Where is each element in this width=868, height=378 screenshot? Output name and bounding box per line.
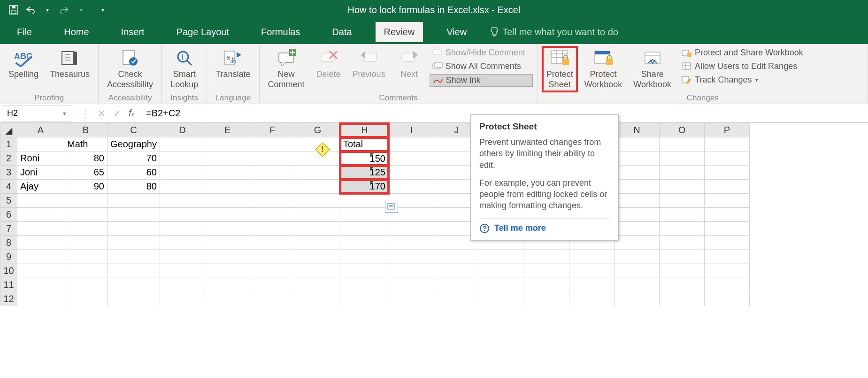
save-icon[interactable] <box>8 5 19 15</box>
cell-A5[interactable] <box>17 194 64 208</box>
tab-page-layout[interactable]: Page Layout <box>168 22 238 42</box>
col-header-D[interactable]: D <box>160 123 205 137</box>
tab-home[interactable]: Home <box>55 22 97 42</box>
cell-E8[interactable] <box>205 236 250 250</box>
row-header-9[interactable]: 9 <box>0 250 17 264</box>
cell-O1[interactable] <box>659 137 704 151</box>
cell-N11[interactable] <box>614 278 659 292</box>
tell-me-more-link[interactable]: ? Tell me more <box>479 218 610 234</box>
protect-share-workbook-button[interactable]: Protect and Share Workbook <box>679 47 806 59</box>
col-header-G[interactable]: G <box>295 123 340 137</box>
cell-D11[interactable] <box>160 278 205 292</box>
cell-D5[interactable] <box>160 194 205 208</box>
cell-H12[interactable] <box>340 292 389 306</box>
cell-H11[interactable] <box>340 278 389 292</box>
cell-P2[interactable] <box>704 151 749 166</box>
cell-K12[interactable] <box>479 292 524 306</box>
cell-H8[interactable] <box>340 236 389 250</box>
cell-A3[interactable]: Joni <box>17 166 64 180</box>
tab-view[interactable]: View <box>438 22 475 42</box>
undo-dropdown-icon[interactable]: ▾ <box>42 5 53 15</box>
cell-C12[interactable] <box>108 292 160 306</box>
tab-file[interactable]: File <box>8 22 40 42</box>
cell-A4[interactable]: Ajay <box>17 180 64 194</box>
cell-J9[interactable] <box>434 250 479 264</box>
col-header-C[interactable]: C <box>108 123 160 137</box>
cell-C1[interactable]: Geography <box>108 137 160 151</box>
cell-P10[interactable] <box>704 264 749 278</box>
cell-E11[interactable] <box>205 278 250 292</box>
cell-D10[interactable] <box>160 264 205 278</box>
tab-formulas[interactable]: Formulas <box>253 22 308 42</box>
tab-data[interactable]: Data <box>323 22 360 42</box>
cell-O11[interactable] <box>659 278 704 292</box>
cell-N9[interactable] <box>614 250 659 264</box>
cell-I1[interactable] <box>389 137 434 151</box>
cell-F7[interactable] <box>250 222 295 236</box>
cell-F4[interactable] <box>250 180 295 194</box>
cell-K10[interactable] <box>479 264 524 278</box>
cell-N4[interactable] <box>614 180 659 194</box>
cell-H7[interactable] <box>340 222 389 236</box>
cell-F1[interactable] <box>250 137 295 151</box>
cell-E10[interactable] <box>205 264 250 278</box>
cell-H1[interactable]: Total <box>340 137 389 151</box>
cell-E4[interactable] <box>205 180 250 194</box>
previous-comment-button[interactable]: Previous <box>349 47 389 82</box>
row-header-6[interactable]: 6 <box>0 208 17 222</box>
cell-P7[interactable] <box>704 222 749 236</box>
cell-O5[interactable] <box>659 194 704 208</box>
cell-F12[interactable] <box>250 292 295 306</box>
cell-D7[interactable] <box>160 222 205 236</box>
cell-G5[interactable] <box>295 194 340 208</box>
row-header-10[interactable]: 10 <box>0 264 17 278</box>
cell-N5[interactable] <box>614 194 659 208</box>
cell-G10[interactable] <box>295 264 340 278</box>
cell-B10[interactable] <box>64 264 108 278</box>
cell-I3[interactable] <box>389 166 434 180</box>
cell-D4[interactable] <box>160 180 205 194</box>
cell-C2[interactable]: 70 <box>108 151 160 166</box>
cell-B4[interactable]: 90 <box>64 180 108 194</box>
next-comment-button[interactable]: Next <box>393 47 426 82</box>
cell-J11[interactable] <box>434 278 479 292</box>
cell-A11[interactable] <box>17 278 64 292</box>
cell-N6[interactable] <box>614 208 659 222</box>
row-header-5[interactable]: 5 <box>0 194 17 208</box>
col-header-N[interactable]: N <box>614 123 659 137</box>
cell-L9[interactable] <box>524 250 569 264</box>
cell-E5[interactable] <box>205 194 250 208</box>
cell-J10[interactable] <box>434 264 479 278</box>
show-hide-comment-button[interactable]: Show/Hide Comment <box>430 47 533 59</box>
cell-F9[interactable] <box>250 250 295 264</box>
cancel-formula-icon[interactable]: ✕ <box>98 108 106 119</box>
cell-I9[interactable] <box>389 250 434 264</box>
cell-B11[interactable] <box>64 278 108 292</box>
cell-C4[interactable]: 80 <box>108 180 160 194</box>
cell-P12[interactable] <box>704 292 749 306</box>
row-header-1[interactable]: 1 <box>0 137 17 151</box>
cell-P5[interactable] <box>704 194 749 208</box>
cell-B7[interactable] <box>64 222 108 236</box>
cell-D3[interactable] <box>160 166 205 180</box>
fx-icon[interactable]: fx <box>129 108 134 119</box>
redo-icon[interactable] <box>59 5 69 15</box>
cell-C3[interactable]: 60 <box>108 166 160 180</box>
row-header-4[interactable]: 4 <box>0 180 17 194</box>
col-header-A[interactable]: A <box>17 123 64 137</box>
share-workbook-button[interactable]: ShareWorkbook <box>630 47 675 91</box>
cell-O9[interactable] <box>659 250 704 264</box>
cell-I8[interactable] <box>389 236 434 250</box>
cell-I10[interactable] <box>389 264 434 278</box>
cell-N1[interactable] <box>614 137 659 151</box>
cell-F8[interactable] <box>250 236 295 250</box>
row-header-7[interactable]: 7 <box>0 222 17 236</box>
smart-lookup-button[interactable]: i SmartLookup <box>167 47 202 91</box>
tab-review[interactable]: Review <box>376 22 423 42</box>
cell-C11[interactable] <box>108 278 160 292</box>
check-accessibility-button[interactable]: CheckAccessibility <box>103 47 157 91</box>
cell-C10[interactable] <box>108 264 160 278</box>
cell-H10[interactable] <box>340 264 389 278</box>
cell-A2[interactable]: Roni <box>17 151 64 166</box>
cell-F10[interactable] <box>250 264 295 278</box>
